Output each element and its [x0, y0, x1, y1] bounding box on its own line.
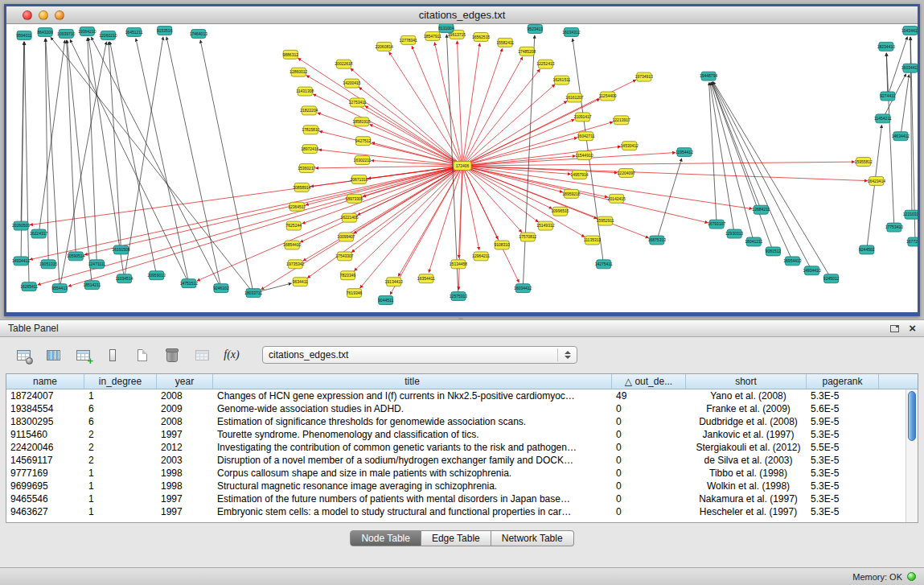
graph-node[interactable]: 12060210 — [99, 31, 117, 39]
graph-node[interactable]: 9523413 — [528, 24, 544, 33]
table-row[interactable]: 946362711997Embryonic stem cells: a mode… — [6, 505, 918, 518]
graph-node[interactable]: 16354411 — [417, 274, 435, 283]
graph-node[interactable]: 15134458 — [450, 260, 468, 269]
column-header-short[interactable]: short — [686, 374, 807, 389]
graph-node[interactable]: 9081512 — [766, 247, 782, 256]
table-row[interactable]: 2242004622012Investigating the contribut… — [6, 441, 918, 454]
graph-node[interactable]: 14934412 — [12, 257, 31, 266]
graph-node[interactable]: 7823349 — [340, 271, 356, 280]
graph-node[interactable]: 12964211 — [472, 252, 490, 261]
network-canvas[interactable]: 1724069886312128600121143130821822204178… — [6, 24, 918, 312]
graph-node[interactable]: 20142415 — [608, 194, 626, 203]
tab-edge-table[interactable]: Edge Table — [421, 530, 491, 546]
graph-node[interactable]: 16265411 — [20, 282, 38, 291]
network-graph[interactable]: 1724069886312128600121143130821822204178… — [6, 24, 918, 312]
graph-node[interactable]: 16302211 — [354, 156, 372, 165]
graph-node[interactable]: 18581915 — [352, 117, 371, 126]
table-row[interactable]: 1456911722003Disruption of a novel membe… — [6, 454, 918, 467]
column-header-out_degree[interactable]: △ out_de... — [612, 374, 686, 389]
close-window-icon[interactable] — [23, 10, 32, 20]
graph-node[interactable]: 16221405 — [340, 213, 359, 222]
graph-node[interactable]: 15582411 — [496, 38, 514, 47]
graph-node[interactable]: 14530412 — [621, 142, 639, 150]
graph-node[interactable]: 12575313 — [450, 292, 468, 301]
graph-node[interactable]: 18547911 — [424, 31, 441, 40]
column-header-year[interactable]: year — [157, 374, 213, 389]
table-row[interactable]: 969969511998Structural magnetic resonanc… — [6, 480, 918, 492]
graph-node[interactable]: 16191509 — [112, 245, 130, 254]
graph-node[interactable]: 14200415 — [343, 79, 361, 88]
graph-node[interactable]: 10590514 — [67, 252, 85, 261]
graph-node[interactable]: 9634411 — [293, 278, 308, 286]
graph-node[interactable]: 9554413 — [51, 284, 68, 293]
graph-node[interactable]: 12778341 — [400, 35, 418, 44]
graph-node[interactable]: 7619346 — [347, 289, 363, 298]
graph-node[interactable]: 15149312 — [536, 221, 555, 230]
float-panel-icon[interactable] — [890, 325, 899, 332]
graph-node[interactable]: 12210313 — [903, 210, 918, 219]
graph-node[interactable]: 8643209 — [37, 27, 53, 36]
graph-node[interactable]: 16772411 — [906, 237, 918, 246]
graph-node[interactable]: 19735342 — [286, 260, 305, 269]
graph-node[interactable]: 16261511 — [552, 76, 570, 84]
graph-node[interactable]: 10939710 — [57, 29, 76, 38]
graph-node[interactable]: 17753410 — [885, 223, 904, 232]
selected-rows-button[interactable] — [102, 344, 123, 365]
graph-node[interactable]: 9274411 — [880, 92, 895, 101]
column-header-name[interactable]: name — [6, 374, 84, 389]
graph-node[interactable]: 16042711 — [577, 132, 595, 141]
graph-node[interactable]: 18972416 — [301, 145, 319, 154]
tab-network-table[interactable]: Network Table — [491, 530, 574, 546]
graph-node[interactable]: 16034413 — [901, 64, 918, 72]
graph-node[interactable]: 8131004 — [438, 24, 454, 32]
graph-node[interactable]: 9153516 — [157, 26, 173, 35]
graph-node[interactable]: 14751512 — [180, 279, 199, 288]
graph-node[interactable]: 11135313 — [584, 236, 602, 245]
graph-node[interactable]: 12213917 — [613, 116, 631, 125]
table-row[interactable]: 1938455462009Genome-wide association stu… — [6, 402, 918, 415]
table-selector-dropdown[interactable]: citations_edges.txt — [262, 346, 577, 364]
graph-node[interactable]: 16875313 — [648, 236, 667, 245]
graph-node[interactable]: 21091417 — [573, 113, 592, 122]
graph-node[interactable]: 18973305 — [345, 194, 363, 203]
graph-node[interactable]: 17543307 — [335, 252, 354, 261]
close-panel-icon[interactable]: × — [909, 323, 916, 333]
show-columns-button[interactable] — [43, 344, 64, 365]
graph-node[interactable]: 14957914 — [570, 170, 589, 179]
graph-node[interactable]: 9427512 — [355, 137, 372, 146]
graph-node[interactable]: 16034312 — [562, 27, 581, 36]
import-table-button[interactable] — [191, 344, 212, 365]
delete-columns-button[interactable] — [162, 344, 183, 365]
graph-node[interactable]: 11544910 — [576, 151, 593, 160]
graph-node[interactable]: 19734913 — [635, 72, 654, 81]
graph-node[interactable]: 21822204 — [300, 106, 318, 115]
graph-node[interactable]: 15955812 — [855, 158, 873, 167]
vertical-scrollbar[interactable] — [906, 389, 918, 522]
graph-node[interactable]: 16793107 — [708, 220, 726, 229]
graph-node[interactable]: 12364517 — [288, 202, 306, 211]
graph-node[interactable]: 16034412 — [514, 284, 532, 293]
graph-node[interactable]: 20959013 — [148, 271, 166, 280]
table-row[interactable]: 946554611997Estimation of the future num… — [6, 492, 918, 505]
graph-node[interactable]: 19051315 — [39, 260, 58, 269]
column-header-title[interactable]: title — [213, 374, 612, 389]
tab-node-table[interactable]: Node Table — [350, 530, 421, 546]
graph-node[interactable]: 10996515 — [551, 207, 569, 216]
column-header-pagerank[interactable]: pagerank — [807, 374, 879, 389]
graph-node[interactable]: 17464013 — [190, 29, 208, 38]
graph-node[interactable]: 18514211 — [83, 281, 101, 290]
graph-node[interactable]: 12204097 — [618, 168, 636, 177]
graph-node[interactable]: 16854410 — [283, 241, 302, 249]
column-header-in_degree[interactable]: in_degree — [84, 374, 157, 389]
graph-node[interactable]: 11254409 — [599, 92, 617, 101]
graph-node[interactable]: 12471111 — [88, 260, 105, 269]
scrollbar-thumb[interactable] — [908, 391, 916, 441]
graph-node[interactable]: 10434411 — [901, 26, 918, 35]
graph-node[interactable]: 15952911 — [597, 216, 614, 225]
new-table-button[interactable] — [132, 344, 153, 365]
graph-node[interactable]: 9244502 — [859, 245, 875, 254]
table-row[interactable]: 911546021997Tourette syndrome. Phenomeno… — [6, 428, 918, 441]
graph-node[interactable]: 16161207 — [565, 93, 584, 102]
graph-node[interactable]: 14634412 — [892, 132, 910, 141]
graph-node[interactable]: 22060814 — [376, 42, 394, 51]
